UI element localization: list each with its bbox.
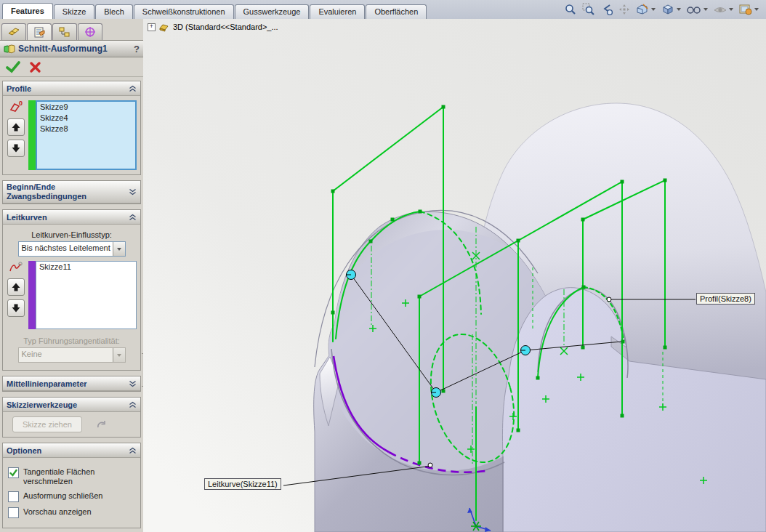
expand-icon — [129, 380, 137, 387]
edit-appearance-icon[interactable] — [738, 3, 759, 16]
feature-header: Schnitt-Ausformung1 ? — [0, 41, 143, 57]
collapse-icon — [129, 214, 137, 221]
close-loft-checkbox[interactable] — [8, 491, 19, 502]
tangent-dropdown: Keine — [18, 347, 126, 363]
help-button[interactable]: ? — [134, 44, 140, 55]
hide-show-items-icon[interactable] — [713, 4, 733, 15]
property-manager-tab[interactable] — [27, 23, 52, 40]
optionen-title: Optionen — [7, 446, 41, 455]
feature-tree-item[interactable]: + 3D (Standard<<Standard>_... — [148, 22, 278, 32]
merge-tangent-faces-checkbox[interactable] — [8, 467, 19, 478]
ok-button[interactable] — [6, 60, 20, 73]
undo-icon[interactable] — [95, 419, 108, 430]
dropdown-button[interactable] — [113, 242, 125, 256]
leitkurven-group-title: Leitkurven — [7, 213, 47, 222]
graphics-viewport[interactable]: + 3D (Standard<<Standard>_... Profil(Ski… — [143, 19, 766, 532]
tab-evaluieren[interactable]: Evaluieren — [310, 4, 365, 19]
tab-features[interactable]: Features — [2, 3, 53, 19]
tangent-value: Keine — [19, 348, 113, 362]
feature-manager-tab[interactable] — [1, 23, 26, 40]
display-style-caret[interactable] — [703, 8, 708, 11]
beginn-ende-title: Beginn/Ende Zwangsbedingungen — [7, 182, 86, 201]
zoom-fit-icon[interactable] — [564, 3, 577, 16]
move-down-button[interactable] — [7, 140, 25, 157]
pan-icon[interactable] — [618, 4, 630, 15]
collapse-icon — [129, 85, 137, 92]
view-orientation-icon[interactable] — [661, 3, 681, 16]
command-tabs: Features Skizze Blech Schweißkonstruktio… — [2, 3, 427, 19]
list-item[interactable]: Skizze11 — [36, 262, 136, 273]
list-item[interactable]: Skizze9 — [37, 102, 135, 113]
leitkurven-group-header[interactable]: Leitkurven — [3, 210, 140, 225]
command-bar: Features Skizze Blech Schweißkonstruktio… — [0, 0, 766, 20]
leitkurven-group: Leitkurven Leitkurven-Einflusstyp: Bis n… — [2, 209, 141, 371]
view-orientation-caret[interactable] — [677, 8, 681, 11]
view-toolbar — [564, 3, 759, 16]
profile-count-icon: 0 — [9, 100, 23, 115]
profile-group-body: 0 Skizze9 Skizze4 Skizze8 — [3, 96, 140, 174]
leitkurve-icon — [9, 261, 23, 275]
dimxpert-manager-tab[interactable] — [78, 23, 102, 40]
tangent-label: Typ Führungstangentialität: — [7, 336, 137, 345]
feature-title: Schnitt-Ausformung1 — [18, 44, 108, 54]
tab-gusswerkzeuge[interactable]: Gusswerkzeuge — [235, 4, 310, 19]
optionen-group-header[interactable]: Optionen — [3, 443, 140, 458]
checkbox-label: Tangentiale Flächen verschmelzen — [23, 467, 118, 486]
zoom-previous-icon[interactable] — [600, 3, 613, 16]
list-item[interactable]: Skizze4 — [37, 113, 135, 124]
einflusstyp-label: Leitkurven-Einflusstyp: — [7, 230, 137, 239]
zoom-area-icon[interactable] — [582, 3, 595, 16]
collapse-icon — [129, 447, 137, 454]
list-item[interactable]: Skizze8 — [37, 124, 135, 134]
tree-item-label: 3D (Standard<<Standard>_... — [173, 23, 278, 31]
tree-expand-icon[interactable]: + — [148, 23, 156, 31]
optionen-group: Optionen Tangentiale Flächen verschmelze… — [2, 443, 141, 528]
checkbox-label: Vorschau anzeigen — [23, 507, 92, 517]
checkbox-label: Ausformung schließen — [23, 491, 102, 501]
configuration-manager-tab[interactable] — [52, 23, 77, 40]
display-style-icon[interactable] — [686, 4, 708, 15]
dimxpert-manager-icon — [84, 26, 97, 38]
feature-manager-icon — [7, 26, 20, 38]
skizzierwerkzeuge-group-header[interactable]: Skizzierwerkzeuge — [3, 398, 140, 412]
leitkurven-list[interactable]: Skizze11 — [36, 261, 137, 329]
confirm-row — [0, 57, 143, 77]
property-manager-icon — [33, 26, 46, 39]
panel-tabs — [0, 19, 143, 41]
model-canvas[interactable] — [143, 19, 766, 532]
part-icon — [158, 22, 170, 32]
move-up-button[interactable] — [7, 118, 25, 136]
checkbox-row: Vorschau anzeigen — [8, 507, 135, 518]
hide-show-caret[interactable] — [729, 8, 733, 11]
move-down-button[interactable] — [7, 299, 25, 317]
section-view-caret[interactable] — [651, 8, 656, 11]
mittellinien-group-header[interactable]: Mittellinienparameter — [3, 376, 140, 391]
profile-group-title: Profile — [7, 84, 31, 93]
leitkurven-color-bar — [28, 261, 36, 329]
leitkurven-group-body: Leitkurven-Einflusstyp: Bis nächstes Lei… — [3, 225, 140, 370]
mittellinien-title: Mittellinienparameter — [7, 379, 87, 388]
section-view-icon[interactable] — [635, 3, 656, 16]
tab-blech[interactable]: Blech — [95, 4, 133, 19]
einflusstyp-value: Bis nächstes Leitelement — [19, 242, 113, 256]
profile-group-header[interactable]: Profile — [3, 81, 140, 96]
move-up-button[interactable] — [7, 278, 25, 296]
show-preview-checkbox[interactable] — [8, 507, 19, 518]
svg-text:0: 0 — [19, 100, 23, 107]
cancel-button[interactable] — [29, 61, 41, 73]
einflusstyp-dropdown[interactable]: Bis nächstes Leitelement — [18, 241, 126, 257]
tab-skizze[interactable]: Skizze — [54, 4, 94, 19]
collapse-icon — [129, 401, 137, 408]
expand-icon — [129, 188, 137, 196]
profil-callout[interactable]: Profil(Skizze8) — [696, 293, 755, 305]
configuration-manager-icon — [58, 26, 71, 38]
skizzierwerkzeuge-group: Skizzierwerkzeuge Skizze ziehen — [2, 397, 141, 438]
profile-list[interactable]: Skizze9 Skizze4 Skizze8 — [36, 100, 137, 170]
beginn-ende-group-header[interactable]: Beginn/Ende Zwangsbedingungen — [3, 181, 140, 203]
tab-schweisskonstruktionen[interactable]: Schweißkonstruktionen — [134, 4, 234, 19]
edit-appearance-caret[interactable] — [754, 8, 759, 11]
drag-sketch-button[interactable]: Skizze ziehen — [12, 416, 82, 432]
tab-oberflaechen[interactable]: Oberflächen — [366, 4, 427, 19]
checkbox-row: Ausformung schließen — [8, 491, 135, 502]
leitkurve-callout[interactable]: Leitkurve(Skizze11) — [204, 478, 281, 490]
